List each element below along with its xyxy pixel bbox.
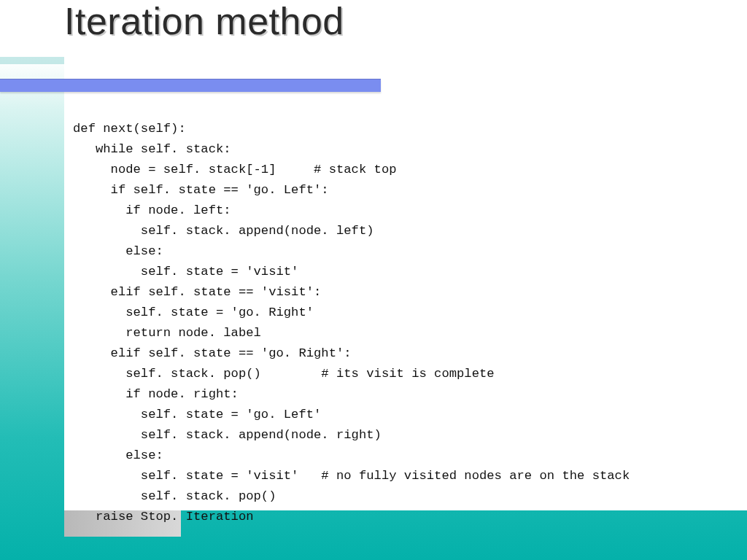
code-line: self. stack. pop() # its visit is comple… <box>73 367 495 381</box>
code-line: else: <box>73 448 163 462</box>
code-line: while self. stack: <box>73 142 231 156</box>
background-accent-strip <box>0 57 64 64</box>
code-line: if self. state == 'go. Left': <box>73 183 329 197</box>
page-title: Iteration method <box>64 0 344 42</box>
code-line: self. state = 'go. Left' <box>73 408 321 421</box>
slide: Iteration method Iteration method def ne… <box>0 0 747 560</box>
code-block: def next(self): while self. stack: node … <box>73 119 630 527</box>
code-line: elif self. state == 'go. Right': <box>73 346 352 360</box>
title-underline-bar <box>0 79 381 92</box>
code-line: return node. label <box>73 326 261 340</box>
code-line: self. state = 'visit' <box>73 265 298 279</box>
code-line: self. state = 'visit' # no fully visited… <box>73 469 630 483</box>
title-area: Iteration method Iteration method <box>64 1 721 60</box>
code-line: self. stack. append(node. left) <box>73 224 374 238</box>
code-line: self. state = 'go. Right' <box>73 306 314 319</box>
code-line: node = self. stack[-1] # stack top <box>73 163 397 176</box>
code-line: def next(self): <box>73 122 186 136</box>
code-line: elif self. state == 'visit': <box>73 285 321 299</box>
code-line: if node. left: <box>73 203 231 217</box>
code-line: else: <box>73 244 163 258</box>
code-line: raise Stop. Iteration <box>73 510 254 524</box>
code-line: if node. right: <box>73 387 239 401</box>
code-line: self. stack. append(node. right) <box>73 428 382 442</box>
code-line: self. stack. pop() <box>73 489 276 503</box>
